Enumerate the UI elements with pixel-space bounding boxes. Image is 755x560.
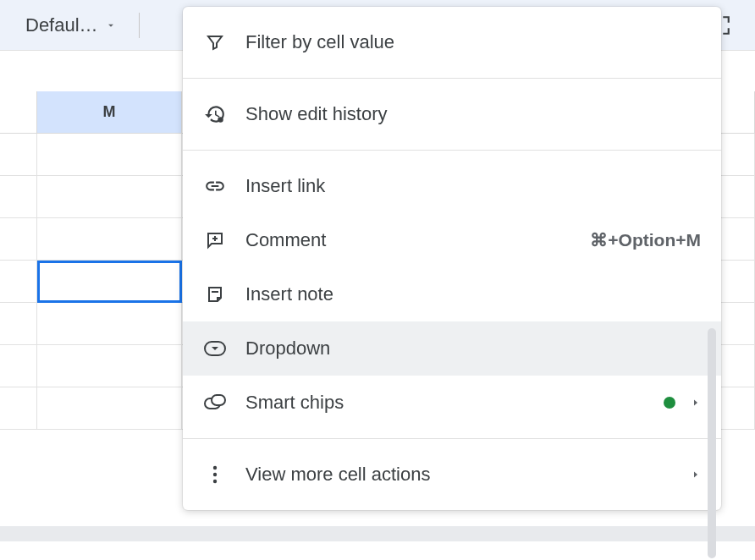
menu-label: Comment — [245, 229, 571, 251]
menu-label: Dropdown — [245, 338, 701, 360]
menu-item-history[interactable]: Show edit history — [183, 87, 721, 141]
menu-item-dropdown[interactable]: Dropdown — [183, 321, 721, 376]
menu-item-smart-chips[interactable]: Smart chips — [183, 376, 721, 430]
svg-point-5 — [213, 473, 217, 476]
menu-separator — [183, 78, 721, 79]
menu-label: Show edit history — [245, 103, 701, 125]
comment-icon — [203, 228, 227, 252]
menu-label: Insert link — [245, 175, 701, 197]
dropdown-icon — [203, 337, 227, 360]
status-dot-icon — [664, 397, 675, 409]
menu-scrollbar[interactable] — [708, 328, 716, 558]
menu-item-more-actions[interactable]: View more cell actions — [183, 447, 721, 502]
menu-item-filter[interactable]: Filter by cell value — [183, 15, 721, 69]
history-icon — [203, 102, 227, 126]
link-icon — [203, 174, 227, 198]
column-header-m[interactable]: M — [37, 91, 182, 134]
chevron-right-icon — [691, 397, 701, 409]
svg-point-0 — [218, 117, 223, 123]
menu-item-insert-link[interactable]: Insert link — [183, 159, 721, 213]
svg-rect-3 — [212, 395, 225, 405]
menu-separator — [183, 438, 721, 439]
smart-chips-icon — [203, 391, 227, 415]
filter-icon — [203, 30, 227, 54]
more-vertical-icon — [203, 463, 227, 486]
active-cell[interactable] — [37, 261, 182, 303]
font-name-label: Defaul… — [25, 14, 98, 36]
menu-label: Filter by cell value — [245, 31, 701, 53]
keyboard-shortcut: ⌘+Option+M — [590, 230, 701, 250]
corner-cell[interactable] — [0, 91, 37, 134]
column-label: M — [102, 103, 115, 121]
menu-label: View more cell actions — [245, 464, 672, 486]
sheet-tab-strip — [0, 526, 755, 541]
note-icon — [203, 283, 227, 306]
menu-separator — [183, 150, 721, 151]
menu-label: Insert note — [245, 283, 701, 305]
context-menu: Filter by cell value Show edit history I… — [183, 7, 721, 510]
font-selector[interactable]: Defaul… — [17, 9, 125, 41]
svg-point-6 — [213, 480, 217, 483]
menu-label: Smart chips — [245, 392, 645, 414]
menu-item-comment[interactable]: Comment ⌘+Option+M — [183, 213, 721, 267]
chevron-right-icon — [691, 469, 701, 480]
caret-down-icon — [105, 19, 117, 31]
toolbar-separator — [139, 13, 140, 38]
svg-point-4 — [213, 466, 217, 469]
menu-item-insert-note[interactable]: Insert note — [183, 267, 721, 321]
submenu-indicator — [664, 397, 701, 409]
